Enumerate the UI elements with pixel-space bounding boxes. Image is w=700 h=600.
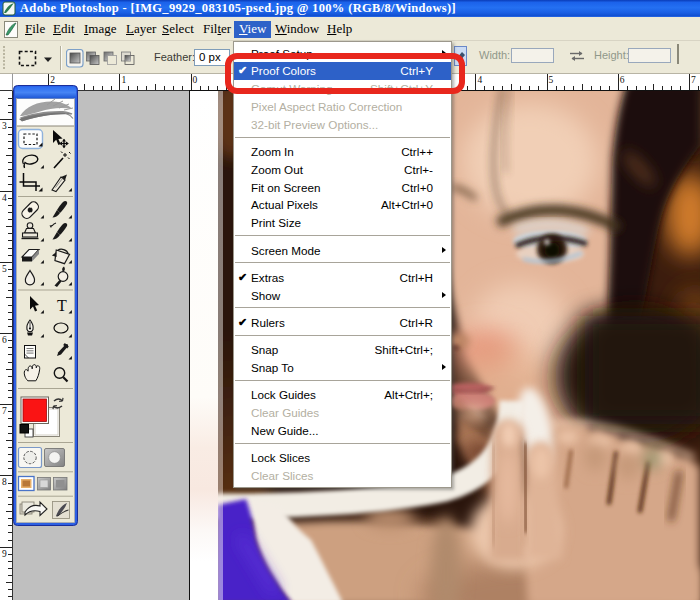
svg-text:T: T xyxy=(57,297,67,314)
